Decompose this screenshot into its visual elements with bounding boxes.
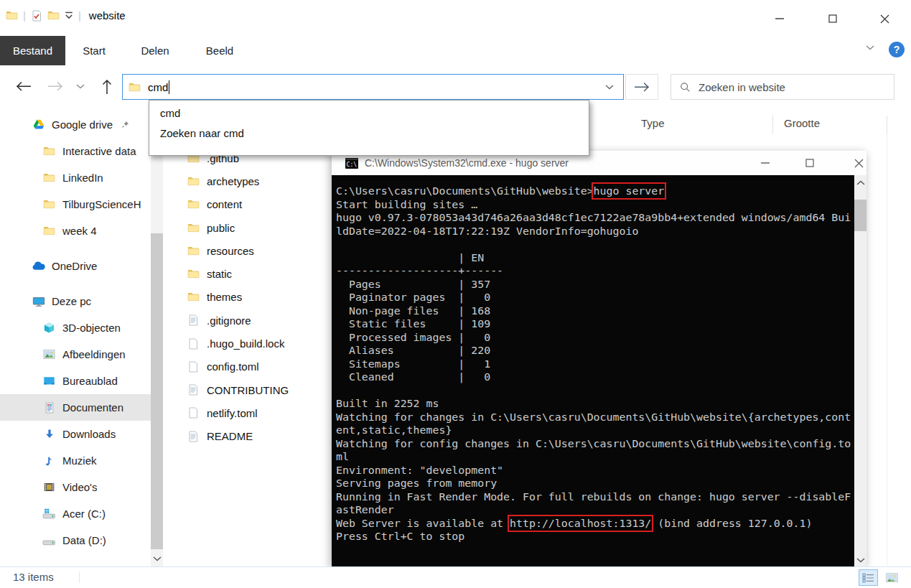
up-button[interactable] [102,79,112,95]
cmd-minimize-button[interactable] [749,151,781,175]
column-divider[interactable] [772,116,773,134]
sidebar-item-muziek[interactable]: Muziek [0,447,151,474]
sidebar-item-bureaublad[interactable]: Bureaublad [0,368,151,394]
file-name: themes [207,291,242,303]
sidebar-item-linkedin[interactable]: LinkedIn [0,164,151,191]
sidebar-scrollbar-thumb[interactable] [151,233,163,549]
cmd-close-button[interactable] [843,151,874,175]
minimize-button[interactable] [763,9,796,29]
customize-toolbar-icon[interactable] [65,11,73,19]
address-bar[interactable]: cmd [122,74,624,100]
file-row-public[interactable]: public [187,216,330,239]
address-input[interactable]: cmd [148,81,168,93]
help-button[interactable]: ? [889,42,905,57]
sidebar-item-3d-objecten[interactable]: 3D-objecten [0,314,151,341]
terminal-scrollbar-thumb[interactable] [854,200,866,231]
sidebar-item-interactive-data[interactable]: Interactive data [0,138,151,164]
sidebar-scroll-down-icon[interactable] [151,551,163,566]
items-count: 13 items [13,571,54,583]
sidebar-item-acer-c[interactable]: Acer (C:) [0,500,151,527]
search-icon [680,82,691,93]
sidebar-item-label: Documenten [62,401,123,414]
sidebar-item-tilburgscienceh[interactable]: TilburgScienceH [0,191,151,218]
file-row-gitignore[interactable]: .gitignore [187,309,330,332]
sidebar-group: OneDrive [0,253,168,279]
file-name: archetypes [207,175,259,187]
file-row-themes[interactable]: themes [187,286,330,309]
file-row-readme[interactable]: README [187,425,330,448]
window-title: website [89,9,126,22]
column-header-grootte[interactable]: Grootte [784,117,820,129]
close-button[interactable] [868,9,901,29]
pc-icon [32,294,45,308]
sidebar-item-label: Muziek [62,454,97,467]
status-bar: 13 items [0,566,911,588]
tab-bestand[interactable]: Bestand [0,36,65,65]
tab-start[interactable]: Start [71,36,117,65]
terminal-line: Watching for config changes in C:\Users\… [336,437,854,451]
details-view-button[interactable] [859,569,878,586]
dropdown-item-cmd[interactable]: cmd [149,103,589,123]
file-row-netlify-toml[interactable]: netlify.toml [187,401,330,424]
terminal-scroll-down-icon[interactable] [854,553,866,567]
status-divider [79,571,80,583]
cmd-window: C:\ C:\Windows\System32\cmd.exe - hugo s… [332,151,866,567]
terminal-line: Cleaned | 0 [336,370,854,384]
folder-icon[interactable] [6,9,18,22]
sidebar-item-video-s[interactable]: Video's [0,474,151,500]
terminal-text: (bind address 127.0.0.1) [651,517,812,530]
sidebar-item-afbeeldingen[interactable]: Afbeeldingen [0,341,151,368]
tab-delen[interactable]: Delen [129,36,181,65]
column-divider[interactable] [887,116,887,134]
terminal-line: ml [336,450,854,464]
download-icon [42,427,56,441]
file-row-contributing[interactable]: CONTRIBUTING [187,378,330,401]
ribbon-collapse-icon[interactable] [866,45,874,50]
sidebar-item-week-4[interactable]: week 4 [0,218,151,244]
terminal-line: Paginator pages | 0 [336,291,854,304]
terminal-scrollbar-track[interactable] [854,175,866,567]
dropdown-item-zoeken-naar-cmd[interactable]: Zoeken naar cmd [149,123,589,144]
file-row-resources[interactable]: resources [187,239,330,262]
sidebar-item-label: TilburgScienceH [62,198,141,210]
file-row-config-toml[interactable]: config.toml [187,355,330,378]
file-row-archetypes[interactable]: archetypes [187,169,330,192]
document-icon [42,401,56,414]
sidebar-item-label: Acer (C:) [62,508,106,520]
file-row-static[interactable]: static [187,262,330,285]
folder-icon [187,221,200,234]
recent-locations-icon[interactable] [76,84,85,89]
navigation-pane: Google driveInteractive dataLinkedInTilb… [0,109,168,567]
checked-document-icon[interactable] [31,10,42,22]
terminal-line: Start building sites … [336,198,854,212]
search-box[interactable] [671,74,894,100]
cmd-maximize-button[interactable] [794,151,826,175]
thumbnails-view-button[interactable] [882,569,902,586]
go-button[interactable] [625,74,658,100]
folder-icon[interactable] [47,9,60,22]
file-name: README [207,430,253,442]
video-icon [42,480,56,494]
column-header-type[interactable]: Type [641,117,665,129]
text-caret [169,80,169,94]
sidebar-item-deze-pc[interactable]: Deze pc [0,288,151,314]
terminal-line: Non-page files | 168 [336,304,854,318]
address-dropdown-icon[interactable] [605,85,614,90]
sidebar-item-google-drive[interactable]: Google drive [0,111,151,138]
file-name: CONTRIBUTING [207,384,289,396]
terminal-line: Built in 2252 ms [336,397,854,411]
back-button[interactable] [15,81,32,92]
tab-beeld[interactable]: Beeld [195,36,245,65]
file-row-content[interactable]: content [187,193,330,216]
search-input[interactable] [697,80,872,94]
sidebar-item-onedrive[interactable]: OneDrive [0,253,151,279]
file-row-hugo-build-lock[interactable]: .hugo_build.lock [187,332,330,355]
sidebar-item-documenten[interactable]: Documenten [0,394,151,421]
maximize-button[interactable] [816,9,849,29]
sidebar-item-label: Data (D:) [62,534,106,546]
terminal-output[interactable]: C:\Users\casru\Documents\GitHub\website>… [332,175,854,567]
sidebar-item-data-d[interactable]: Data (D:) [0,527,151,554]
sidebar-item-downloads[interactable]: Downloads [0,421,151,447]
terminal-scroll-up-icon[interactable] [854,175,866,190]
forward-button[interactable] [47,81,64,92]
